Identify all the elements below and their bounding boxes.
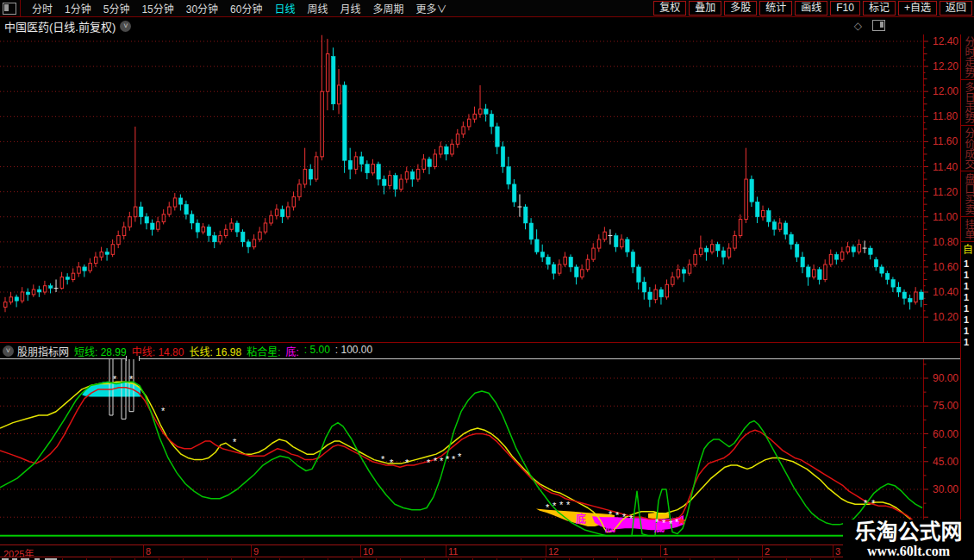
bottom-signal-label: 底 — [654, 521, 665, 534]
chevron-down-icon[interactable]: ˅ — [120, 21, 131, 32]
star-marker: * — [434, 456, 438, 466]
red-star-marker: ★ — [677, 514, 687, 527]
menu-item-周线[interactable]: 周线 — [307, 1, 328, 16]
sidebar-tab-挂单[interactable]: 挂单 — [961, 217, 974, 242]
price-axis-label: 11.80 — [933, 110, 958, 122]
menu-item-日线[interactable]: 日线 — [274, 1, 295, 16]
menu-item-多周期[interactable]: 多周期 — [373, 1, 404, 16]
page-title: 中国医药(日线.前复权) — [4, 18, 116, 34]
star-marker: * — [458, 451, 462, 462]
indicator-value: : 5.00 — [304, 344, 330, 358]
indicator-axis-label: 75.00 — [933, 400, 958, 412]
sidebar-tab-分时走势[interactable]: 分时走势 — [961, 34, 974, 80]
sidebar-quote-digit: 1 — [961, 258, 974, 270]
price-axis-label: 10.60 — [933, 261, 958, 273]
star-marker: * — [622, 512, 627, 522]
trading-app-window: 分时1分钟5分钟15分钟30分钟60分钟日线周线月线多周期更多∨ 复权叠加多股统… — [0, 0, 974, 560]
sidebar-quote-digit: 1 — [961, 303, 974, 314]
bottom-signal-label: 底 — [605, 521, 615, 534]
menu-item-月线[interactable]: 月线 — [340, 1, 361, 16]
toolbar-button-多股[interactable]: 多股 — [724, 1, 757, 16]
time-axis-month: 2 — [765, 546, 770, 557]
sidebar-tab-分价成交[interactable]: 分价成交 — [961, 126, 974, 171]
price-axis-label: 12.00 — [933, 85, 958, 97]
right-sidebar[interactable]: 分时走势多日走势分价成交盘口买卖挂单自11111111 — [960, 34, 974, 544]
menu-item-更多∨[interactable]: 更多∨ — [416, 1, 447, 16]
toolbar-button-复权[interactable]: 复权 — [653, 1, 686, 16]
toolbar-button-画线[interactable]: 画线 — [795, 1, 827, 16]
price-axis-label: 10.80 — [933, 236, 958, 248]
price-axis-label: 11.00 — [933, 211, 958, 223]
menu-item-分时[interactable]: 分时 — [32, 1, 53, 16]
month-separator — [143, 545, 144, 557]
star-marker: * — [440, 456, 444, 466]
indicator-value: 短线: 28.99 — [74, 344, 127, 358]
month-separator — [251, 545, 252, 557]
price-axis-label: 11.40 — [933, 161, 958, 173]
period-menubar: 分时1分钟5分钟15分钟30分钟60分钟日线周线月线多周期更多∨ 复权叠加多股统… — [0, 0, 974, 17]
watermark: 乐淘公式网 www.60lt.com — [843, 520, 974, 560]
price-axis-label: 10.40 — [933, 286, 958, 298]
right-toolbar: 复权叠加多股统计画线F10标记+自选返回 — [651, 1, 974, 16]
menu-item-60分钟[interactable]: 60分钟 — [230, 1, 262, 16]
sidebar-tab-多日走势[interactable]: 多日走势 — [961, 80, 974, 126]
month-separator — [446, 545, 446, 557]
candlestick-chart[interactable] — [0, 34, 928, 342]
chart-title-bar: 中国医药(日线.前复权) ˅ ◇ — [0, 17, 928, 34]
star-marker: * — [566, 500, 571, 510]
time-axis: 2025年89101112123 — [0, 544, 960, 557]
menu-item-30分钟[interactable]: 30分钟 — [186, 1, 218, 16]
time-axis-month: 8 — [146, 546, 151, 557]
month-separator — [762, 545, 763, 557]
indicator-axis-label: 90.00 — [933, 372, 958, 384]
sidebar-tab-盘口买卖[interactable]: 盘口买卖 — [961, 171, 974, 217]
star-marker: * — [427, 457, 431, 468]
bottom-signal-label: 底 — [576, 513, 586, 526]
collapse-icon[interactable]: ˅ — [3, 345, 14, 357]
layout-icon[interactable] — [3, 3, 16, 15]
menu-item-5分钟[interactable]: 5分钟 — [103, 1, 130, 16]
toolbar-button-标记[interactable]: 标记 — [863, 1, 896, 16]
star-marker: * — [405, 457, 409, 468]
panel-toggle-icon[interactable] — [872, 20, 885, 31]
star-marker: * — [669, 519, 673, 529]
star-marker: * — [129, 374, 134, 384]
toolbar-button-+自选[interactable]: +自选 — [898, 1, 937, 16]
period-menu-items: 分时1分钟5分钟15分钟30分钟60分钟日线周线月线多周期更多∨ — [26, 1, 453, 16]
star-marker: * — [381, 454, 385, 464]
watermark-title: 乐淘公式网 — [854, 521, 962, 544]
month-separator — [833, 545, 834, 557]
toolbar-button-返回[interactable]: 返回 — [940, 1, 972, 16]
sidebar-quote-digit: 1 — [961, 281, 974, 292]
month-separator — [546, 545, 546, 557]
toolbar-button-叠加[interactable]: 叠加 — [689, 1, 721, 16]
star-marker: * — [390, 457, 394, 468]
star-marker: * — [864, 498, 868, 508]
indicator-axis-label: 45.00 — [933, 456, 958, 468]
month-separator — [660, 545, 661, 557]
sidebar-quote-digit: 1 — [961, 326, 974, 337]
time-axis-month: 11 — [448, 546, 458, 557]
menu-item-1分钟[interactable]: 1分钟 — [65, 1, 91, 16]
indicator-axis-label: 30.00 — [933, 483, 958, 495]
indicator-value: 粘合星: — [247, 344, 280, 358]
price-axis-label: 12.20 — [933, 60, 958, 72]
indicator-header[interactable]: ˅ 股朋指标网短线: 28.99中线: 14.80长线: 16.98粘合星:底:… — [0, 342, 960, 359]
star-marker: * — [609, 509, 613, 520]
time-axis-month: 10 — [363, 546, 373, 557]
price-axis-label: 11.20 — [933, 186, 958, 198]
indicator-name: 股朋指标网 — [17, 344, 69, 358]
toolbar-button-统计[interactable]: 统计 — [759, 1, 792, 16]
price-axis-label: 12.40 — [933, 35, 958, 47]
diamond-icon[interactable]: ◇ — [854, 20, 862, 32]
indicator-value: : 100.00 — [335, 344, 372, 358]
time-axis-month: 1 — [663, 546, 668, 557]
star-marker: * — [233, 437, 237, 447]
time-axis-month: 9 — [253, 546, 259, 557]
toolbar-button-F10[interactable]: F10 — [830, 1, 860, 16]
indicator-value: 底: — [285, 344, 298, 358]
sidebar-tab-watchlist[interactable]: 自 — [961, 242, 974, 258]
star-marker: * — [113, 374, 117, 384]
menu-item-15分钟[interactable]: 15分钟 — [141, 1, 173, 16]
indicator-chart[interactable]: ***************************底底底★ — [0, 359, 928, 544]
